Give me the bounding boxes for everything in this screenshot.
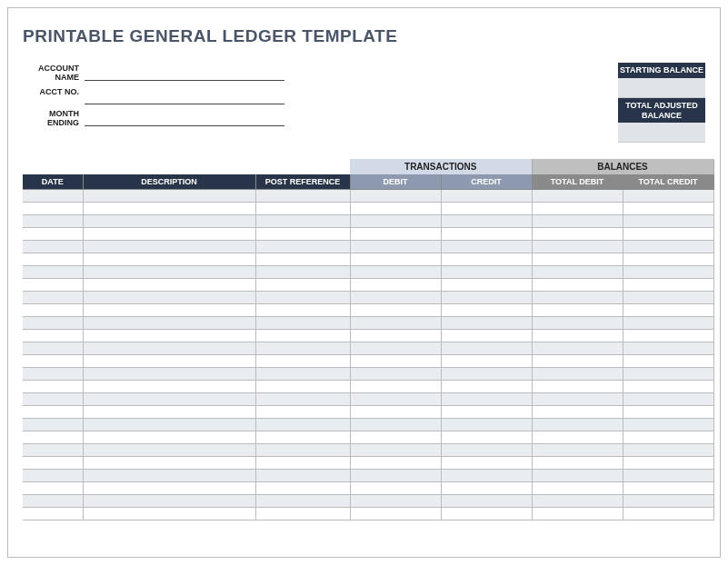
cell-post-reference[interactable] [255,228,350,241]
cell-post-reference[interactable] [255,495,350,508]
cell-post-reference[interactable] [255,279,350,292]
cell-description[interactable] [83,406,255,419]
cell-debit[interactable] [350,508,441,520]
cell-total-credit[interactable] [623,355,713,368]
cell-date[interactable] [23,241,83,253]
cell-description[interactable] [83,508,255,520]
cell-total-credit[interactable] [623,228,713,241]
cell-description[interactable] [83,317,255,330]
cell-total-credit[interactable] [623,495,713,508]
cell-debit[interactable] [350,190,441,203]
cell-total-debit[interactable] [532,215,623,228]
cell-credit[interactable] [441,419,532,431]
cell-credit[interactable] [441,330,532,342]
cell-debit[interactable] [350,228,441,241]
cell-date[interactable] [23,228,83,241]
cell-description[interactable] [83,431,255,444]
cell-post-reference[interactable] [255,419,350,431]
cell-description[interactable] [83,470,255,482]
cell-debit[interactable] [350,215,441,228]
cell-credit[interactable] [441,482,532,495]
cell-post-reference[interactable] [255,215,350,228]
cell-description[interactable] [83,393,255,406]
cell-debit[interactable] [350,355,441,368]
cell-description[interactable] [83,215,255,228]
cell-total-credit[interactable] [623,292,713,304]
cell-description[interactable] [83,419,255,431]
cell-post-reference[interactable] [255,393,350,406]
cell-date[interactable] [23,190,83,203]
cell-post-reference[interactable] [255,317,350,330]
cell-total-debit[interactable] [532,203,623,215]
cell-date[interactable] [23,393,83,406]
cell-credit[interactable] [441,470,532,482]
cell-credit[interactable] [441,292,532,304]
cell-debit[interactable] [350,406,441,419]
cell-credit[interactable] [441,241,532,253]
cell-total-debit[interactable] [532,406,623,419]
cell-total-debit[interactable] [532,304,623,317]
cell-total-debit[interactable] [532,292,623,304]
cell-total-debit[interactable] [532,355,623,368]
cell-credit[interactable] [441,406,532,419]
cell-total-debit[interactable] [532,190,623,203]
cell-date[interactable] [23,215,83,228]
cell-post-reference[interactable] [255,508,350,520]
cell-description[interactable] [83,292,255,304]
cell-debit[interactable] [350,279,441,292]
cell-post-reference[interactable] [255,355,350,368]
cell-debit[interactable] [350,266,441,279]
cell-credit[interactable] [441,431,532,444]
cell-debit[interactable] [350,292,441,304]
cell-total-debit[interactable] [532,431,623,444]
cell-total-debit[interactable] [532,419,623,431]
cell-credit[interactable] [441,457,532,470]
cell-date[interactable] [23,368,83,381]
cell-date[interactable] [23,304,83,317]
cell-date[interactable] [23,355,83,368]
cell-debit[interactable] [350,457,441,470]
cell-credit[interactable] [441,508,532,520]
cell-description[interactable] [83,381,255,393]
cell-total-debit[interactable] [532,470,623,482]
cell-date[interactable] [23,266,83,279]
cell-description[interactable] [83,457,255,470]
cell-debit[interactable] [350,470,441,482]
cell-debit[interactable] [350,393,441,406]
cell-post-reference[interactable] [255,241,350,253]
cell-total-debit[interactable] [532,381,623,393]
cell-total-credit[interactable] [623,406,713,419]
cell-post-reference[interactable] [255,203,350,215]
cell-total-debit[interactable] [532,393,623,406]
cell-credit[interactable] [441,393,532,406]
cell-total-credit[interactable] [623,241,713,253]
cell-debit[interactable] [350,431,441,444]
cell-debit[interactable] [350,203,441,215]
cell-total-debit[interactable] [532,241,623,253]
input-acct-no[interactable] [85,86,284,104]
cell-total-credit[interactable] [623,317,713,330]
cell-post-reference[interactable] [255,368,350,381]
cell-total-credit[interactable] [623,279,713,292]
cell-date[interactable] [23,203,83,215]
cell-credit[interactable] [441,266,532,279]
cell-description[interactable] [83,241,255,253]
cell-date[interactable] [23,253,83,266]
cell-total-credit[interactable] [623,203,713,215]
cell-post-reference[interactable] [255,330,350,342]
cell-total-debit[interactable] [532,279,623,292]
cell-credit[interactable] [441,304,532,317]
cell-debit[interactable] [350,304,441,317]
cell-post-reference[interactable] [255,292,350,304]
cell-total-debit[interactable] [532,342,623,355]
input-month-ending[interactable] [85,108,284,126]
cell-credit[interactable] [441,381,532,393]
cell-total-credit[interactable] [623,342,713,355]
cell-date[interactable] [23,419,83,431]
cell-total-credit[interactable] [623,508,713,520]
cell-post-reference[interactable] [255,444,350,457]
cell-debit[interactable] [350,419,441,431]
cell-credit[interactable] [441,368,532,381]
cell-credit[interactable] [441,355,532,368]
cell-date[interactable] [23,444,83,457]
